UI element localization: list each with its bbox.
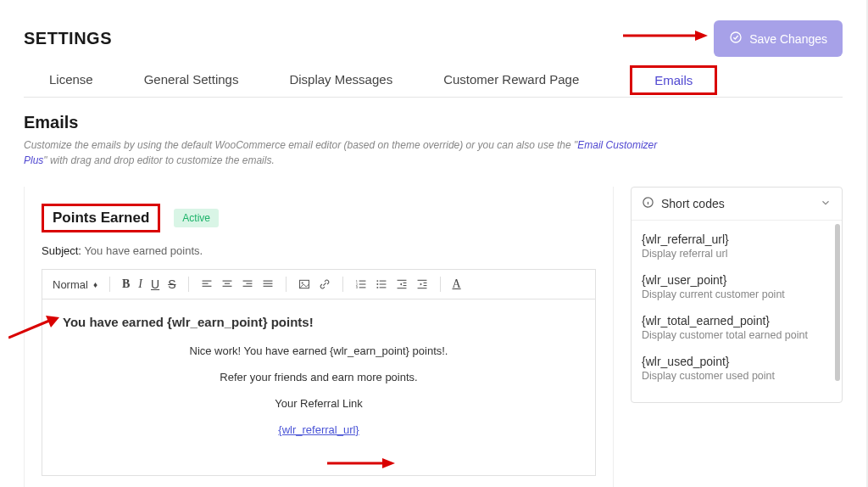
annotation-arrow-icon <box>327 455 395 472</box>
editor-body[interactable]: You have earned {wlr_earn_point} points!… <box>42 299 595 475</box>
outdent-button[interactable] <box>396 278 408 290</box>
rich-text-editor: Normal ♦ B I U S <box>42 269 596 476</box>
scrollbar[interactable] <box>835 224 840 381</box>
page-title: SETTINGS <box>24 29 112 48</box>
svg-point-21 <box>376 280 378 282</box>
svg-point-23 <box>376 283 378 285</box>
bullet-list-button[interactable] <box>376 278 387 290</box>
underline-button[interactable]: U <box>151 277 159 291</box>
tabs-bar: License General Settings Display Message… <box>24 72 843 98</box>
tab-license[interactable]: License <box>49 72 93 88</box>
chevron-down-icon <box>820 197 832 211</box>
caret-icon: ♦ <box>93 280 97 289</box>
section-description: Customize the emails by using the defaul… <box>24 137 668 168</box>
email-card-title: Points Earned <box>53 210 149 227</box>
subject-row: Subject: You have earned points. <box>42 244 596 257</box>
subject-label: Subject: <box>42 244 81 257</box>
indent-button[interactable] <box>416 278 428 290</box>
format-label: Normal <box>53 278 88 291</box>
svg-marker-39 <box>695 31 708 41</box>
shortcode-item[interactable]: {wlr_referral_url} Display referral url <box>642 227 832 268</box>
shortcode-item[interactable]: {wlr_user_point} Display current custome… <box>642 268 832 309</box>
align-left-button[interactable] <box>201 278 213 290</box>
tab-general-settings[interactable]: General Settings <box>144 72 239 88</box>
shortcodes-title: Short codes <box>661 197 725 210</box>
body-line-2: Nice work! You have earned {wlr_earn_poi… <box>63 344 575 357</box>
svg-point-25 <box>376 287 378 288</box>
shortcode-desc: Display referral url <box>642 248 832 260</box>
shortcode-code: {wlr_used_point} <box>642 355 832 368</box>
svg-point-0 <box>731 32 741 42</box>
annotation-arrow-icon <box>8 314 59 339</box>
annotation-arrow-icon <box>623 27 708 44</box>
ordered-list-button[interactable]: 123 <box>355 278 367 290</box>
shortcode-item[interactable]: {wlr_used_point} Display customer used p… <box>642 350 832 390</box>
body-referral-link[interactable]: {wlr_referral_url} <box>278 423 359 436</box>
image-button[interactable] <box>298 278 310 290</box>
shortcode-code: {wlr_user_point} <box>642 273 832 287</box>
shortcodes-header[interactable]: Short codes <box>632 188 842 221</box>
body-line-4: Your Referral Link <box>63 397 575 410</box>
shortcode-desc: Display customer used point <box>642 370 832 382</box>
svg-marker-43 <box>382 458 395 468</box>
strike-button[interactable]: S <box>168 277 175 291</box>
section-title: Emails <box>24 113 843 132</box>
tab-display-messages[interactable]: Display Messages <box>289 72 392 88</box>
check-circle-icon <box>729 31 743 47</box>
subject-value: You have earned points. <box>84 244 203 257</box>
bold-button[interactable]: B <box>122 277 130 291</box>
shortcodes-list: {wlr_referral_url} Display referral url … <box>632 221 842 402</box>
shortcode-item[interactable]: {wlr_total_earned_point} Display custome… <box>642 309 832 350</box>
svg-line-40 <box>8 321 49 338</box>
shortcodes-panel: Short codes {wlr_referral_url} Display r… <box>631 187 843 403</box>
info-icon <box>642 196 654 211</box>
tab-customer-reward-page[interactable]: Customer Reward Page <box>443 72 579 88</box>
format-dropdown[interactable]: Normal ♦ <box>53 278 97 291</box>
align-right-button[interactable] <box>242 278 253 290</box>
editor-toolbar: Normal ♦ B I U S <box>42 270 595 299</box>
align-justify-button[interactable] <box>262 278 274 290</box>
email-editor-panel: Points Earned Active Subject: You have e… <box>24 187 614 487</box>
shortcode-desc: Display current customer point <box>642 288 832 300</box>
shortcode-desc: Display customer total earned point <box>642 329 832 341</box>
svg-point-14 <box>301 282 303 283</box>
text-color-button[interactable]: A <box>453 277 461 291</box>
save-changes-button[interactable]: Save Changes <box>714 20 843 57</box>
italic-button[interactable]: I <box>138 277 142 291</box>
shortcode-code: {wlr_total_earned_point} <box>642 314 832 327</box>
align-center-button[interactable] <box>221 278 233 290</box>
desc-text-post: " with drag and drop editor to customize… <box>43 154 274 166</box>
link-button[interactable] <box>319 278 331 290</box>
svg-text:3: 3 <box>355 285 357 289</box>
desc-text-pre: Customize the emails by using the defaul… <box>24 139 577 151</box>
body-heading: You have earned {wlr_earn_point} points! <box>63 315 575 329</box>
email-card-title-box: Points Earned <box>42 204 160 232</box>
save-button-label: Save Changes <box>749 32 827 46</box>
tab-emails[interactable]: Emails <box>630 65 717 95</box>
status-badge: Active <box>174 209 219 227</box>
body-line-3: Refer your friends and earn more points. <box>63 371 575 383</box>
shortcode-code: {wlr_referral_url} <box>642 232 832 246</box>
